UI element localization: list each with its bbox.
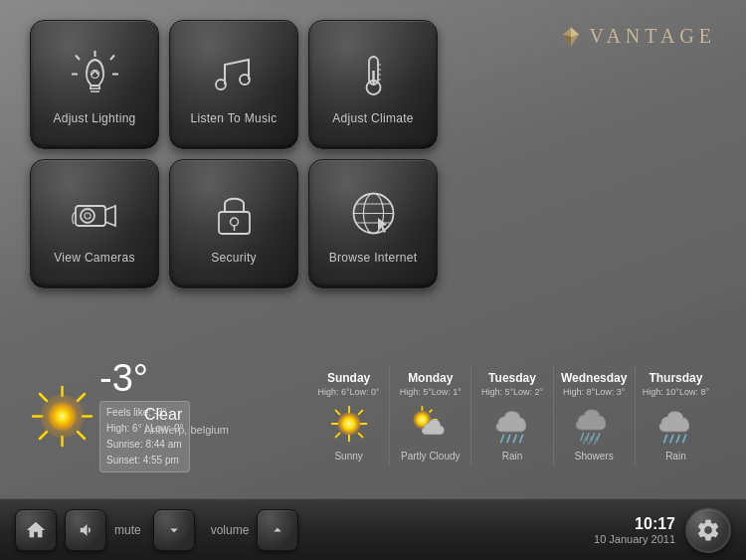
listen-music-button[interactable]: Listen To Music	[169, 20, 298, 149]
svg-line-49	[335, 411, 339, 415]
vantage-diamond-icon	[560, 26, 582, 48]
forecast-condition: Rain	[665, 451, 686, 462]
volume-down-icon	[77, 521, 94, 539]
forecast-day-name: Sunday	[327, 371, 370, 385]
svg-line-1	[110, 55, 114, 60]
forecast-icon	[324, 402, 374, 447]
thermometer-icon	[343, 44, 403, 103]
top-area: Adjust Lighting Listen To Music	[0, 0, 746, 298]
forecast-day-name: Thursday	[649, 371, 702, 385]
vantage-logo: VANTAGE	[560, 20, 716, 48]
svg-line-50	[358, 434, 362, 438]
weather-condition: Clear	[144, 406, 229, 424]
svg-point-44	[337, 412, 360, 435]
music-icon	[204, 44, 264, 103]
volume-down-arrow[interactable]	[153, 509, 195, 551]
forecast-day-1: Monday High: 5°Low: 1° Partly Cloudy	[389, 366, 470, 467]
forecast-day-name: Wednesday	[561, 371, 627, 385]
bulb-icon	[65, 44, 124, 103]
forecast-area: Sunday High: 6°Low: 0° Sunny Monday High…	[308, 366, 716, 467]
browse-internet-button[interactable]: Browse Internet	[308, 159, 438, 288]
weather-section: -3° Feels like: -3° High: 6° / Low: 0° S…	[0, 336, 746, 495]
mute-down-button[interactable]	[65, 509, 106, 551]
lock-icon	[204, 183, 264, 243]
svg-point-20	[81, 209, 94, 223]
svg-point-23	[230, 218, 238, 226]
sun-icon	[30, 384, 94, 449]
adjust-climate-button[interactable]: Adjust Climate	[308, 20, 438, 149]
adjust-lighting-button[interactable]: Adjust Lighting	[30, 20, 159, 149]
volume-up-arrow[interactable]	[257, 509, 298, 551]
vantage-brand-name: VANTAGE	[590, 25, 716, 48]
forecast-icon	[487, 402, 537, 447]
svg-line-51	[358, 411, 362, 415]
svg-line-41	[40, 432, 47, 439]
svg-line-56	[429, 410, 432, 413]
current-date: 10 January 2011	[594, 533, 675, 545]
sunset: Sunset: 4:55 pm	[106, 453, 183, 468]
svg-point-43	[49, 402, 77, 430]
forecast-day-name: Monday	[408, 371, 453, 385]
forecast-temps: High: 10°Low: 8°	[643, 387, 709, 397]
gear-icon	[695, 517, 721, 543]
svg-line-71	[683, 435, 686, 442]
forecast-day-3: Wednesday High: 8°Low: 3° Showers	[553, 366, 635, 467]
browse-internet-label: Browse Internet	[329, 251, 418, 265]
forecast-temps: High: 8°Low: 3°	[563, 387, 625, 397]
svg-line-40	[78, 394, 85, 401]
svg-line-69	[670, 435, 673, 442]
weather-location-block: Clear Antwerp, belgium	[144, 406, 229, 436]
svg-line-68	[664, 435, 667, 442]
security-button[interactable]: Security	[169, 159, 298, 288]
button-grid: Adjust Lighting Listen To Music	[30, 20, 438, 288]
globe-icon	[343, 183, 403, 243]
svg-line-2	[76, 55, 80, 60]
svg-line-60	[520, 435, 523, 442]
current-time: 10:17	[635, 515, 675, 533]
arrow-up-icon	[269, 521, 286, 539]
bottom-bar: mute volume 10:17 10 January 2011	[0, 498, 746, 560]
clock-area: 10:17 10 January 2011	[594, 515, 675, 545]
forecast-day-2: Tuesday High: 5°Low: 2° Rain	[470, 366, 552, 467]
camera-icon	[65, 183, 124, 243]
svg-line-59	[513, 435, 516, 442]
svg-point-21	[85, 213, 91, 219]
forecast-icon	[406, 402, 456, 447]
svg-line-38	[40, 394, 47, 401]
forecast-temps: High: 5°Low: 1°	[400, 387, 462, 397]
svg-line-61	[581, 433, 584, 440]
sunrise: Sunrise: 8:44 am	[106, 437, 183, 453]
svg-line-57	[501, 435, 504, 442]
forecast-condition: Showers	[575, 451, 614, 462]
mute-label: mute	[114, 523, 141, 537]
forecast-icon	[651, 402, 700, 447]
forecast-day-4: Thursday High: 10°Low: 8° Rain	[635, 366, 716, 467]
current-temperature: -3°	[99, 359, 190, 397]
arrow-down-icon	[165, 521, 183, 539]
weather-city: Antwerp, belgium	[144, 424, 229, 436]
svg-line-52	[335, 434, 339, 438]
svg-line-58	[507, 435, 510, 442]
security-label: Security	[211, 251, 257, 265]
forecast-icon	[569, 402, 619, 447]
listen-music-label: Listen To Music	[191, 111, 278, 125]
forecast-condition: Sunny	[334, 451, 362, 462]
forecast-day-0: Sunday High: 6°Low: 0° Sunny	[308, 366, 389, 467]
view-cameras-button[interactable]: View Cameras	[30, 159, 159, 288]
forecast-condition: Partly Cloudy	[401, 451, 460, 462]
volume-label: volume	[211, 523, 250, 537]
adjust-climate-label: Adjust Climate	[332, 111, 414, 125]
view-cameras-label: View Cameras	[54, 251, 134, 265]
forecast-condition: Rain	[502, 451, 523, 462]
forecast-day-name: Tuesday	[488, 371, 536, 385]
home-icon	[25, 519, 47, 541]
forecast-temps: High: 5°Low: 2°	[481, 387, 543, 397]
settings-button[interactable]	[685, 507, 731, 553]
adjust-lighting-label: Adjust Lighting	[53, 111, 135, 125]
home-button[interactable]	[15, 509, 57, 551]
forecast-temps: High: 6°Low: 0°	[317, 387, 379, 397]
svg-line-70	[677, 435, 680, 442]
svg-line-39	[78, 432, 85, 439]
